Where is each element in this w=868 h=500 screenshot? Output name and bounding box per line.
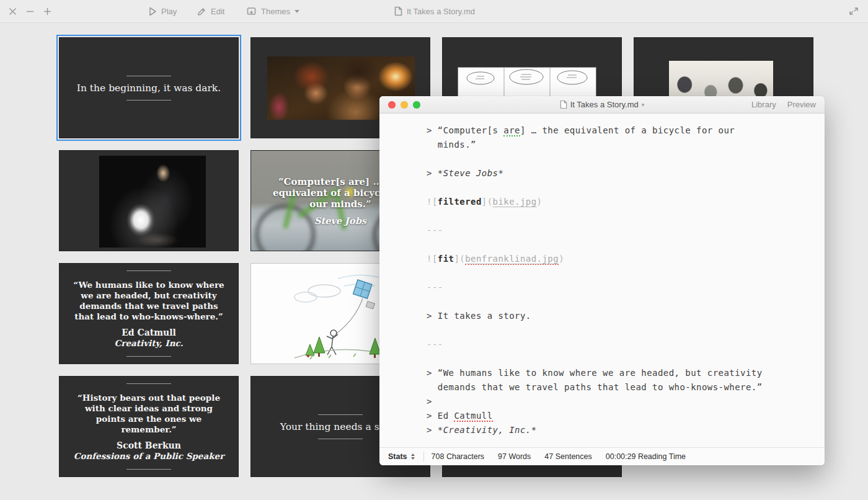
decorative-rule bbox=[126, 469, 171, 470]
fullscreen-button[interactable] bbox=[848, 0, 859, 22]
title-caret-icon: ▾ bbox=[642, 102, 645, 108]
editor-line[interactable]: --- bbox=[427, 280, 812, 295]
decorative-rule bbox=[126, 76, 171, 76]
window-minimize-button[interactable] bbox=[26, 0, 34, 22]
chevron-down-icon bbox=[294, 10, 299, 13]
editor-line[interactable]: > *Creativity, Inc.* bbox=[427, 423, 812, 437]
library-button[interactable]: Library bbox=[751, 100, 776, 109]
editor-line[interactable]: demands that we travel paths that lead t… bbox=[427, 380, 812, 395]
slide-thumbnail-7[interactable]: “We humans like to know where we are hea… bbox=[59, 263, 239, 364]
minimize-icon bbox=[26, 7, 34, 16]
document-icon bbox=[394, 6, 402, 16]
editor-title-label: It Takes a Story.md bbox=[570, 100, 639, 109]
statusbar-divider bbox=[423, 452, 424, 462]
stats-toggle[interactable]: Stats bbox=[388, 452, 415, 461]
preview-button[interactable]: Preview bbox=[787, 100, 816, 109]
themes-icon bbox=[247, 7, 257, 16]
stats-items: 708 Characters97 Words47 Sentences00:00:… bbox=[432, 452, 686, 461]
decorative-rule bbox=[318, 414, 363, 415]
close-icon bbox=[9, 7, 17, 16]
editor-line[interactable]: > “We humans like to know where we are h… bbox=[427, 366, 812, 380]
editor-line[interactable] bbox=[427, 181, 812, 195]
stat-item: 00:00:29 Reading Time bbox=[606, 452, 686, 461]
document-title-label: It Takes a Story.md bbox=[407, 7, 475, 16]
editor-line[interactable]: minds.” bbox=[427, 138, 812, 152]
play-button[interactable]: Play bbox=[149, 0, 177, 22]
editor-line[interactable] bbox=[427, 323, 812, 337]
editor-line[interactable]: > Ed Catmull bbox=[427, 409, 812, 423]
document-icon bbox=[560, 100, 567, 109]
stat-item: 708 Characters bbox=[432, 452, 484, 461]
pencil-icon bbox=[197, 7, 206, 16]
editor-line[interactable]: > bbox=[427, 395, 812, 409]
decorative-rule bbox=[126, 356, 171, 357]
window-close-button[interactable] bbox=[9, 0, 17, 22]
themes-button[interactable]: Themes bbox=[247, 0, 299, 22]
slide-9-attribution: Scott Berkun bbox=[60, 440, 238, 450]
slide-9-quote: “History bears out that people with clea… bbox=[60, 393, 238, 435]
editor-line[interactable]: > It takes a story. bbox=[427, 309, 812, 323]
decorative-rule bbox=[318, 439, 363, 439]
editor-line[interactable] bbox=[427, 295, 812, 309]
editor-line[interactable]: --- bbox=[427, 223, 812, 238]
decorative-rule bbox=[126, 383, 171, 384]
themes-label: Themes bbox=[261, 7, 290, 16]
slide-1-text: In the beginning, it was dark. bbox=[77, 83, 221, 94]
slide-9-source: Confessions of a Public Speaker bbox=[60, 451, 238, 461]
tree-left bbox=[306, 337, 325, 357]
stat-item: 47 Sentences bbox=[544, 452, 591, 461]
slide-7-attribution: Ed Catmull bbox=[60, 328, 238, 337]
editor-line[interactable] bbox=[427, 266, 812, 280]
editor-line[interactable]: ![fit](benfranklinad.jpg) bbox=[427, 252, 812, 266]
editor-line[interactable]: > “Computer[s are] … the equivalent of a… bbox=[427, 123, 812, 138]
slide-6-attribution: Steve Jobs bbox=[314, 215, 366, 226]
tesla-bulb-photo bbox=[99, 156, 206, 248]
expand-icon bbox=[848, 6, 859, 17]
slide-thumbnail-5[interactable] bbox=[59, 150, 239, 251]
editor-statusbar: Stats 708 Characters97 Words47 Sentences… bbox=[379, 447, 825, 465]
edit-button[interactable]: Edit bbox=[197, 0, 224, 22]
play-icon bbox=[149, 7, 157, 16]
decorative-rule bbox=[126, 270, 171, 271]
plus-icon bbox=[43, 7, 51, 16]
editor-line[interactable]: --- bbox=[427, 337, 812, 352]
slide-7-source: Creativity, Inc. bbox=[60, 338, 238, 348]
app-toolbar: Play Edit Themes It Takes a Story.md bbox=[0, 0, 868, 23]
slide-7-quote: “We humans like to know where we are hea… bbox=[60, 280, 238, 322]
deckset-app: { "toolbar": { "play_label": "Play", "ed… bbox=[0, 0, 868, 500]
markdown-editor-window: It Takes a Story.md ▾ Library Preview > … bbox=[379, 96, 825, 465]
sort-chevrons-icon bbox=[411, 453, 415, 460]
editor-line[interactable]: > *Steve Jobs* bbox=[427, 166, 812, 181]
stat-item: 97 Words bbox=[498, 452, 531, 461]
editor-titlebar[interactable]: It Takes a Story.md ▾ Library Preview bbox=[379, 96, 825, 114]
editor-line[interactable] bbox=[427, 352, 812, 366]
toolbar-document-title: It Takes a Story.md bbox=[394, 0, 475, 22]
editor-line[interactable] bbox=[427, 238, 812, 252]
slide-thumbnail-1[interactable]: In the beginning, it was dark. bbox=[59, 37, 239, 138]
stats-label: Stats bbox=[388, 452, 407, 461]
edit-label: Edit bbox=[211, 7, 224, 16]
editor-line[interactable] bbox=[427, 209, 812, 223]
slide-thumbnail-9[interactable]: “History bears out that people with clea… bbox=[59, 376, 239, 477]
editor-line[interactable] bbox=[427, 152, 812, 166]
decorative-rule bbox=[126, 100, 171, 100]
add-slide-button[interactable] bbox=[43, 0, 51, 22]
editor-content[interactable]: > “Computer[s are] … the equivalent of a… bbox=[379, 114, 825, 447]
editor-line[interactable]: ![filtered](bike.jpg) bbox=[427, 195, 812, 209]
play-label: Play bbox=[161, 7, 177, 16]
